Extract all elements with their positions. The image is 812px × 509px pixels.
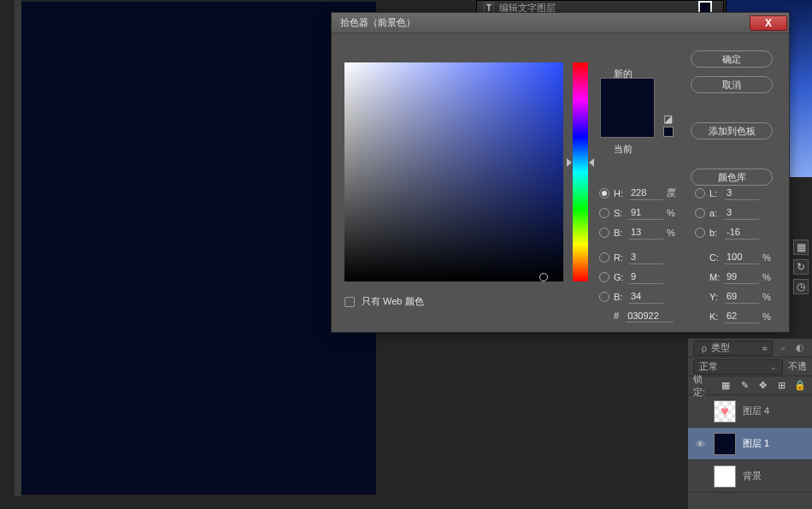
hue-indicator bbox=[589, 158, 594, 167]
h-input[interactable] bbox=[629, 186, 663, 200]
color-preview-patch bbox=[600, 78, 655, 138]
s-unit: % bbox=[667, 208, 680, 218]
chevron-down-icon: ≑ bbox=[762, 344, 768, 352]
radio-g[interactable] bbox=[599, 272, 609, 282]
blend-mode-value: 正常 bbox=[699, 360, 718, 373]
dialog-titlebar[interactable]: 拾色器（前景色） X bbox=[332, 13, 789, 33]
dialog-title: 拾色器（前景色） bbox=[340, 16, 415, 29]
hex-input[interactable] bbox=[626, 309, 674, 323]
add-swatch-button[interactable]: 添加到色板 bbox=[691, 122, 773, 139]
lock-brush-icon[interactable]: ✎ bbox=[738, 379, 751, 393]
gamut-warning-icon[interactable]: ◪ bbox=[663, 113, 673, 125]
h-unit: 度 bbox=[667, 186, 680, 199]
radio-b[interactable] bbox=[599, 228, 609, 238]
g-input[interactable] bbox=[629, 270, 663, 284]
lock-label: 锁定: bbox=[693, 373, 715, 399]
color-picker-dialog: 拾色器（前景色） X 新的 当前 ◪ 确定 取消 添加到色板 颜色库 H:度 S… bbox=[331, 12, 790, 333]
layer-thumbnail[interactable] bbox=[714, 433, 736, 455]
layer-name[interactable]: 图层 4 bbox=[743, 405, 807, 417]
search-icon: ρ bbox=[697, 341, 711, 355]
l-input[interactable] bbox=[725, 186, 759, 200]
k-input[interactable] bbox=[725, 310, 759, 323]
sv-marker[interactable] bbox=[539, 273, 548, 281]
filter-pixel-icon[interactable]: ▫ bbox=[776, 341, 790, 355]
current-color-label: 当前 bbox=[614, 143, 633, 156]
m-label: M: bbox=[709, 272, 725, 282]
l-label: L: bbox=[709, 188, 725, 198]
b2-input[interactable] bbox=[629, 290, 663, 304]
filter-type-label: 类型 bbox=[711, 341, 730, 354]
lock-all-icon[interactable]: 🔒 bbox=[793, 379, 807, 393]
scrollbar[interactable] bbox=[15, 0, 21, 496]
cancel-button[interactable]: 取消 bbox=[691, 76, 773, 93]
m-input[interactable] bbox=[725, 270, 759, 284]
radio-l[interactable] bbox=[695, 188, 705, 198]
layer-row[interactable]: 背景 bbox=[688, 460, 812, 493]
r-input[interactable] bbox=[629, 251, 663, 264]
panel-icon-3[interactable]: ◷ bbox=[793, 279, 809, 294]
b2-label: B: bbox=[614, 292, 629, 302]
radio-a[interactable] bbox=[695, 208, 705, 218]
h-label: H: bbox=[614, 188, 629, 198]
panel-icon-2[interactable]: ↻ bbox=[793, 259, 809, 275]
current-color[interactable] bbox=[601, 108, 654, 137]
a-input[interactable] bbox=[725, 206, 759, 220]
layer-name[interactable]: 图层 1 bbox=[743, 437, 807, 450]
saturation-value-field[interactable] bbox=[344, 62, 563, 281]
y-label: Y: bbox=[709, 292, 725, 302]
lock-pixels-icon[interactable]: ▦ bbox=[720, 379, 733, 393]
radio-lb[interactable] bbox=[695, 228, 705, 238]
hex-label: # bbox=[614, 311, 619, 321]
lb-input[interactable] bbox=[725, 226, 759, 240]
c-label: C: bbox=[709, 252, 725, 263]
lock-move-icon[interactable]: ✥ bbox=[756, 379, 770, 393]
k-unit: % bbox=[762, 311, 776, 322]
canvas-area bbox=[15, 0, 376, 496]
close-button[interactable]: X bbox=[750, 15, 787, 31]
y-unit: % bbox=[762, 292, 776, 302]
b-unit: % bbox=[667, 228, 680, 238]
radio-bl[interactable] bbox=[599, 292, 609, 302]
lb-label: b: bbox=[709, 228, 725, 238]
layer-row[interactable]: ♥ 图层 4 bbox=[688, 395, 812, 428]
hue-slider[interactable] bbox=[573, 62, 588, 281]
y-input[interactable] bbox=[725, 290, 759, 304]
web-only-label: 只有 Web 颜色 bbox=[362, 295, 424, 308]
layer-thumbnail[interactable] bbox=[714, 465, 736, 488]
r-label: R: bbox=[614, 252, 629, 263]
websafe-swatch[interactable] bbox=[663, 127, 674, 137]
filter-adjust-icon[interactable]: ◐ bbox=[793, 341, 807, 355]
layer-name[interactable]: 背景 bbox=[743, 470, 807, 482]
panel-icon-1[interactable]: ▦ bbox=[793, 240, 809, 255]
hue-indicator bbox=[567, 158, 572, 167]
c-input[interactable] bbox=[725, 251, 759, 264]
image-canvas[interactable] bbox=[21, 2, 376, 494]
b-label: B: bbox=[614, 228, 629, 238]
layer-thumbnail[interactable]: ♥ bbox=[714, 400, 736, 423]
k-label: K: bbox=[709, 311, 725, 322]
visibility-toggle[interactable]: 👁 bbox=[693, 439, 707, 449]
ok-button[interactable]: 确定 bbox=[691, 50, 773, 68]
layers-panel: ρ 类型 ≑ ▫ ◐ 正常 ⌄ 不透 锁定: ▦ ✎ ✥ ⊞ 🔒 ♥ 图层 4 … bbox=[688, 338, 812, 509]
layer-row[interactable]: 👁 图层 1 bbox=[688, 428, 812, 460]
s-label: S: bbox=[614, 208, 629, 218]
chevron-down-icon: ⌄ bbox=[770, 363, 777, 371]
lock-frame-icon[interactable]: ⊞ bbox=[775, 379, 789, 393]
radio-h[interactable] bbox=[599, 188, 609, 198]
a-label: a: bbox=[709, 208, 725, 218]
filter-type-select[interactable]: ρ 类型 ≑ bbox=[693, 340, 773, 356]
c-unit: % bbox=[762, 252, 776, 263]
radio-r[interactable] bbox=[599, 252, 609, 263]
web-only-checkbox[interactable] bbox=[344, 297, 355, 307]
new-color[interactable] bbox=[601, 79, 654, 108]
g-label: G: bbox=[614, 272, 629, 282]
m-unit: % bbox=[762, 272, 776, 282]
opacity-label: 不透 bbox=[788, 360, 807, 373]
s-input[interactable] bbox=[629, 206, 663, 220]
b-input[interactable] bbox=[629, 226, 663, 240]
radio-s[interactable] bbox=[599, 208, 609, 218]
